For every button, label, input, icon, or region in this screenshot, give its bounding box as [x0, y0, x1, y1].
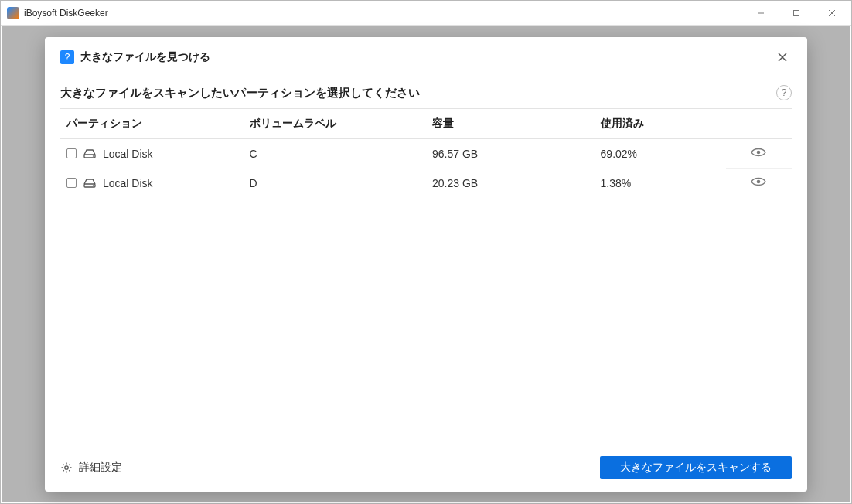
titlebar: iBoysoft DiskGeeker — [1, 1, 851, 26]
question-file-icon: ? — [60, 50, 74, 64]
partition-name: Local Disk — [103, 148, 153, 160]
find-large-files-dialog: ? 大きなファイルを見つける 大きなファイルをスキャンしたいパーティションを選択… — [45, 37, 807, 492]
disk-icon — [83, 178, 97, 189]
svg-point-12 — [65, 466, 68, 469]
volume-label: C — [244, 139, 427, 169]
minimize-button[interactable] — [743, 2, 779, 25]
close-window-button[interactable] — [814, 2, 850, 25]
close-dialog-button[interactable] — [773, 48, 792, 66]
capacity-value: 96.57 GB — [426, 139, 595, 169]
advanced-settings-link[interactable]: 詳細設定 — [60, 461, 122, 475]
maximize-button[interactable] — [779, 2, 814, 25]
dialog-body: 大きなファイルをスキャンしたいパーティションを選択してください ? パーティショ… — [45, 73, 807, 447]
table-row: Local Disk D 20.23 GB 1.38% — [60, 169, 792, 197]
preview-icon[interactable] — [751, 147, 766, 160]
instruction-text: 大きなファイルをスキャンしたいパーティションを選択してください — [60, 86, 420, 100]
svg-point-7 — [93, 155, 94, 156]
used-value: 1.38% — [595, 169, 726, 197]
dialog-footer: 詳細設定 大きなファイルをスキャンする — [45, 447, 807, 492]
instruction-row: 大きなファイルをスキャンしたいパーティションを選択してください ? — [60, 76, 792, 108]
disk-icon — [83, 148, 97, 159]
col-used: 使用済み — [595, 109, 726, 139]
svg-rect-1 — [794, 10, 799, 15]
svg-point-10 — [93, 185, 94, 186]
advanced-settings-label: 詳細設定 — [79, 461, 122, 475]
window-controls — [743, 2, 850, 25]
gear-icon — [60, 461, 73, 474]
row-checkbox[interactable] — [66, 178, 77, 188]
client-area: ? 大きなファイルを見つける 大きなファイルをスキャンしたいパーティションを選択… — [2, 26, 850, 502]
app-window: iBoysoft DiskGeeker ? 大きなファイルを見つける — [0, 0, 852, 504]
col-action — [726, 109, 792, 139]
dialog-header: ? 大きなファイルを見つける — [45, 37, 807, 73]
col-label: ボリュームラベル — [244, 109, 427, 139]
table-row: Local Disk C 96.57 GB 69.02% — [60, 139, 792, 169]
dialog-title: 大きなファイルを見つける — [80, 50, 210, 64]
col-partition: パーティション — [60, 109, 244, 139]
window-title: iBoysoft DiskGeeker — [24, 8, 108, 19]
help-button[interactable]: ? — [776, 85, 792, 100]
app-icon — [7, 7, 19, 19]
svg-point-8 — [757, 151, 761, 155]
scan-button[interactable]: 大きなファイルをスキャンする — [600, 456, 792, 479]
row-checkbox[interactable] — [66, 148, 77, 158]
partition-name: Local Disk — [103, 177, 153, 189]
used-value: 69.02% — [595, 139, 726, 169]
col-capacity: 容量 — [426, 109, 595, 139]
svg-point-11 — [757, 180, 761, 184]
preview-icon[interactable] — [751, 176, 766, 189]
volume-label: D — [244, 169, 427, 197]
capacity-value: 20.23 GB — [426, 169, 595, 197]
partition-table: パーティション ボリュームラベル 容量 使用済み — [60, 108, 792, 197]
